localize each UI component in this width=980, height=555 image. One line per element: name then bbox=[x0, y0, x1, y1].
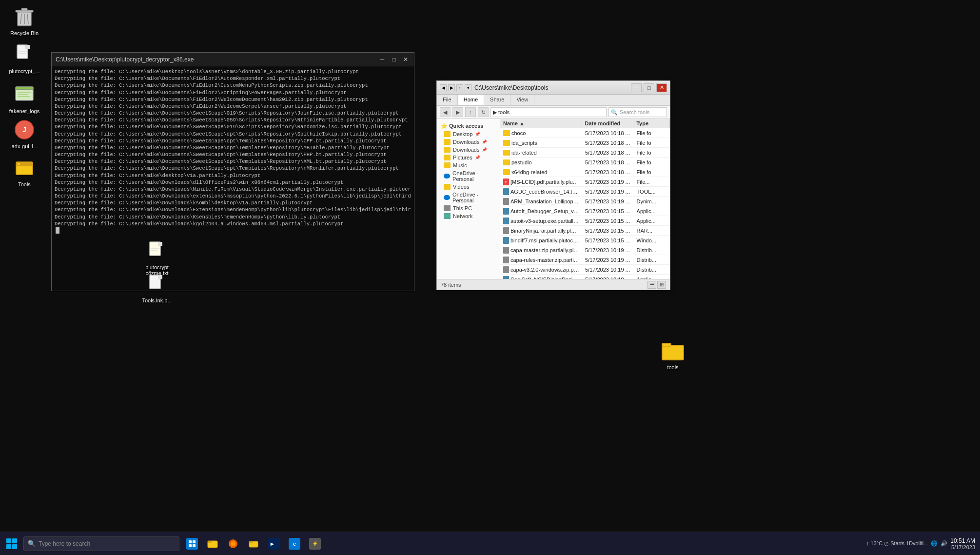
recycle-bin-icon[interactable]: Recycle Bin bbox=[5, 5, 44, 36]
cmd-close-btn[interactable]: ✕ bbox=[401, 55, 410, 64]
sidebar-item-network[interactable]: Network bbox=[437, 212, 500, 220]
nav-back-btn[interactable]: ◀ bbox=[440, 107, 451, 117]
table-row[interactable]: P[MS-LCID].pdf.partially.plutocrypt5/17/… bbox=[500, 177, 670, 187]
file-date-cell: 5/17/2023 10:15 AM bbox=[582, 227, 634, 235]
exp-back-icon[interactable]: ◀ bbox=[440, 84, 447, 91]
cmd-maximize-btn[interactable]: □ bbox=[390, 55, 398, 64]
desktop: Recycle Bin plutocrypt_... fakenet bbox=[0, 0, 980, 555]
list-view-btn[interactable]: ☰ bbox=[647, 281, 656, 289]
ribbon-tab-file[interactable]: File bbox=[437, 95, 458, 105]
svg-rect-28 bbox=[158, 275, 162, 279]
taskview-icon bbox=[186, 538, 198, 550]
file-type-cell: Applic... bbox=[634, 217, 670, 225]
fakenet-logs-icon[interactable]: fakenet_logs bbox=[5, 83, 44, 114]
ribbon-tab-home[interactable]: Home bbox=[458, 95, 484, 105]
sidebar-quick-access[interactable]: ⭐ Quick access bbox=[437, 121, 500, 130]
file-date-cell: 5/17/2023 10:15 AM bbox=[582, 217, 634, 225]
address-box[interactable]: ▶ tools bbox=[490, 107, 607, 117]
table-row[interactable]: AutoIt_Debugger_Setup_v0.47.0.exe.parti.… bbox=[500, 206, 670, 216]
exp-forward-icon[interactable]: ▶ bbox=[448, 84, 455, 91]
explorer-ribbon: FileHomeShareView bbox=[437, 95, 670, 106]
col-date-header[interactable]: Date modified bbox=[582, 119, 634, 128]
sidebar-item-downloads2[interactable]: Downloads 📌 bbox=[437, 146, 500, 154]
table-row[interactable]: capa-master.zip.partially.plutocrypt5/17… bbox=[500, 245, 670, 255]
file-date-cell: 5/17/2023 10:18 AM bbox=[582, 149, 634, 157]
file-name-cell: ida-related bbox=[500, 149, 582, 157]
table-row[interactable]: ida_scripts5/17/2023 10:18 AMFile fo bbox=[500, 138, 670, 148]
exp-up-icon[interactable]: ↑ bbox=[456, 84, 463, 91]
zip-icon bbox=[503, 247, 509, 254]
exp-recent-icon[interactable]: ▾ bbox=[465, 84, 471, 91]
sidebar-label-pictures: Pictures bbox=[453, 155, 472, 160]
svg-rect-30 bbox=[662, 343, 671, 346]
taskbar-apps: ▶_ e ⚡ bbox=[182, 534, 325, 554]
sidebar-item-desktop[interactable]: Desktop 📌 bbox=[437, 130, 500, 138]
taskbar-fileexplorer[interactable] bbox=[203, 534, 222, 554]
sidebar-item-thispc[interactable]: This PC bbox=[437, 204, 500, 212]
file-name-text: capa-master.zip.partially.plutocrypt bbox=[510, 247, 579, 253]
jadx-icon[interactable]: J jadx-gui-1... bbox=[5, 118, 44, 149]
svg-rect-40 bbox=[249, 541, 253, 543]
file-list-rows: choco5/17/2023 10:18 AMFile foida_script… bbox=[500, 128, 670, 279]
tools-folder-desktop[interactable]: tools bbox=[653, 339, 692, 370]
explorer-maximize-btn[interactable]: □ bbox=[644, 83, 654, 92]
table-row[interactable]: capa-v3.2.0-windows.zip.partially.plutoc… bbox=[500, 265, 670, 275]
folder-icon bbox=[503, 130, 510, 136]
start-button[interactable] bbox=[0, 532, 23, 555]
ribbon-tab-view[interactable]: View bbox=[510, 95, 534, 105]
cmd-line: Decrypting the file: C:\Users\mike\Docum… bbox=[55, 123, 411, 130]
cmd-line: Decrypting the file: C:\Users\mike\Downl… bbox=[55, 220, 411, 227]
taskbar-terminal[interactable]: ▶_ bbox=[264, 534, 284, 554]
table-row[interactable]: AGDC_codeBrowser_14.tool.partially.plut.… bbox=[500, 187, 670, 197]
table-row[interactable]: ARM_Translation_Lollipop_20160402.zip.p.… bbox=[500, 197, 670, 206]
nav-refresh-btn[interactable]: ↻ bbox=[478, 107, 489, 117]
file-name-text: BinaryNinja.rar.partially.plutocrypt bbox=[510, 228, 579, 234]
nav-forward-btn[interactable]: ▶ bbox=[452, 107, 463, 117]
search-box[interactable]: 🔍 Search tools bbox=[608, 107, 667, 117]
table-row[interactable]: autoit-v3-setup.exe.partially.plutocrypt… bbox=[500, 216, 670, 226]
cmd-line: Decrypting the file: C:\Users\mike\Downl… bbox=[55, 186, 411, 193]
sidebar-item-videos[interactable]: Videos bbox=[437, 183, 500, 191]
file-name-cell: autoit-v3-setup.exe.partially.plutocrypt bbox=[500, 217, 582, 225]
exe-icon bbox=[503, 218, 509, 224]
col-type-header[interactable]: Type bbox=[633, 119, 670, 128]
explorer-close-btn[interactable]: ✕ bbox=[656, 83, 667, 92]
desktop-file-icon[interactable]: plutocrypt_... bbox=[5, 43, 44, 74]
taskbar-taskview[interactable] bbox=[182, 534, 202, 554]
plutocrypt-cozme-file[interactable]: plutocrypt cözme.txt bbox=[137, 239, 176, 276]
table-row[interactable]: capa-rules-master.zip.partially.plutocry… bbox=[500, 255, 670, 265]
sidebar-item-onedrive2[interactable]: OneDrive - Personal bbox=[437, 191, 500, 204]
search-placeholder-text: Search tools bbox=[620, 109, 649, 115]
taskbar-search-box[interactable]: 🔍 Type here to search bbox=[23, 536, 179, 551]
svg-rect-36 bbox=[208, 541, 212, 543]
col-name-header[interactable]: Name ▲ bbox=[500, 119, 582, 128]
taskbar-explorer2[interactable] bbox=[244, 534, 263, 554]
file-name-text: capa-v3.2.0-windows.zip.partially.plutoc… bbox=[510, 267, 579, 273]
table-row[interactable]: CoolSoft_NSISDialogDesigner_1.5.0.exe.p.… bbox=[500, 275, 670, 279]
details-view-btn[interactable]: ⊞ bbox=[657, 281, 666, 289]
table-row[interactable]: bindiff7.msi.partially.plutocrypt5/17/20… bbox=[500, 236, 670, 245]
table-row[interactable]: BinaryNinja.rar.partially.plutocrypt5/17… bbox=[500, 226, 670, 236]
explorer-minimize-btn[interactable]: ─ bbox=[631, 83, 642, 92]
nav-up-btn[interactable]: ↑ bbox=[465, 107, 476, 117]
sidebar-label-downloads2: Downloads bbox=[453, 147, 479, 153]
taskbar-firefox[interactable] bbox=[223, 534, 243, 554]
sidebar-label-onedrive2: OneDrive - Personal bbox=[452, 192, 498, 203]
toolslink-file[interactable]: Tools.lnk.p... bbox=[137, 272, 176, 303]
sidebar-item-downloads[interactable]: Downloads 📌 bbox=[437, 138, 500, 146]
table-row[interactable]: choco5/17/2023 10:18 AMFile fo bbox=[500, 128, 670, 138]
sidebar-item-onedrive[interactable]: OneDrive - Personal bbox=[437, 169, 500, 183]
sidebar-item-pictures[interactable]: Pictures 📌 bbox=[437, 154, 500, 161]
ribbon-tab-share[interactable]: Share bbox=[484, 95, 510, 105]
table-row[interactable]: pestudio5/17/2023 10:18 AMFile fo bbox=[500, 158, 670, 167]
tools-shortcut-icon[interactable]: Tools bbox=[5, 156, 44, 187]
taskbar-app2[interactable]: ⚡ bbox=[305, 534, 325, 554]
pc-icon bbox=[444, 205, 451, 211]
table-row[interactable]: ida-related5/17/2023 10:18 AMFile fo bbox=[500, 148, 670, 158]
win-quad-3 bbox=[6, 544, 11, 549]
table-row[interactable]: x64dbg-related5/17/2023 10:18 AMFile fo bbox=[500, 167, 670, 177]
taskbar-app1[interactable]: e bbox=[285, 534, 304, 554]
sidebar-item-music[interactable]: Music bbox=[437, 161, 500, 169]
file-name-text: bindiff7.msi.partially.plutocrypt bbox=[510, 238, 579, 243]
cmd-minimize-btn[interactable]: ─ bbox=[378, 55, 387, 64]
